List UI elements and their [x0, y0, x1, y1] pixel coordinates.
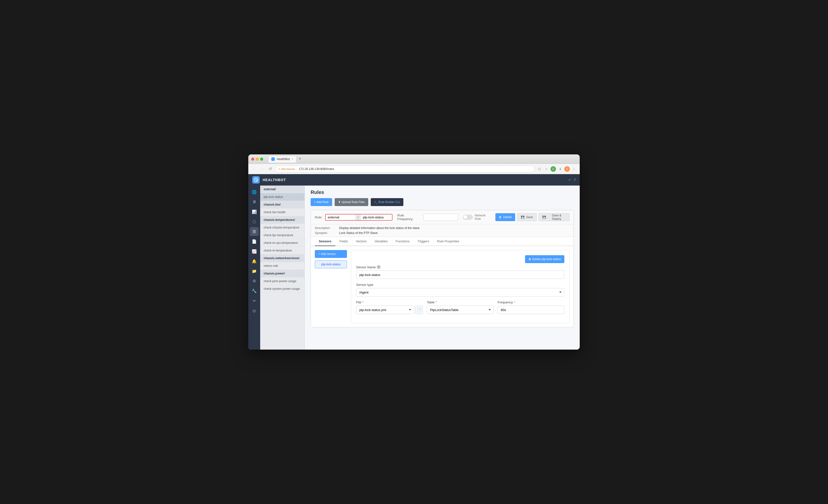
upload-rule-button[interactable]: ⬆ Upload Rule Files [335, 198, 368, 206]
sensor-item-ptp[interactable]: ptp-lock-status [315, 261, 347, 268]
sensor-type-label: Sensor type [356, 283, 564, 287]
page-header: Rules [305, 186, 580, 198]
browser-tab[interactable]: HealthBot × [268, 156, 296, 163]
freq-label: Rule Frequency: [398, 214, 421, 221]
sensor-name-input[interactable] [356, 271, 564, 279]
freq-required: * [514, 301, 515, 304]
close-window-btn[interactable] [251, 157, 254, 161]
tab-variables[interactable]: Variables [370, 237, 391, 246]
nav-item-check-fan-health[interactable]: check-fan-health [260, 209, 304, 216]
user-avatar[interactable]: D [564, 166, 570, 172]
network-rule-toggle[interactable] [463, 215, 472, 220]
nav-folder-chassis-temp[interactable]: chassis.temperatures/ [260, 216, 304, 224]
add-sensor-button[interactable]: + Add sensor [315, 250, 347, 258]
rail-list-icon[interactable]: ☰ [250, 227, 259, 236]
nav-item-check-chassis-temp[interactable]: check-chassis-temperature [260, 224, 304, 231]
browser-bar: ← → ↺ ⚠ Not Secure | 172.26.138.139:8080… [248, 164, 580, 174]
nav-item-check-re-temp[interactable]: check-re-temperature [260, 247, 304, 255]
freq-input[interactable] [423, 214, 458, 221]
rail-edit-icon[interactable]: ✏ [250, 296, 259, 305]
nav-item-check-fpc-temp[interactable]: check-fpc-temperature [260, 231, 304, 239]
nav-item-ptp-lock-status[interactable]: ptp-lock-status [260, 193, 304, 201]
sensor-type-select[interactable]: iAgent SNMP CLI OpenConfig [356, 288, 564, 296]
rule-builder-cli-button[interactable]: >_ Rule Builder CLI [371, 198, 403, 206]
synopsis-label: Synopsis: [315, 231, 337, 235]
delete-sensor-button[interactable]: 🗑 Delete ptp-lock-status [525, 255, 564, 263]
back-btn[interactable]: ← [251, 166, 257, 172]
table-required: * [436, 301, 437, 304]
toggle-knob [463, 215, 467, 219]
extensions-icon[interactable]: ⬡ [537, 166, 542, 172]
sensor-area: + Add sensor ptp-lock-status 🗑 Delete pt… [311, 246, 574, 327]
rail-document-icon[interactable]: 📄 [250, 237, 259, 246]
file-upload-icon[interactable]: 📄 [415, 306, 423, 314]
rail-file-icon[interactable]: 📁 [250, 267, 259, 275]
rule-namespace-input[interactable] [326, 215, 356, 220]
forward-btn[interactable]: → [259, 166, 265, 172]
tab-functions[interactable]: Functions [392, 237, 414, 246]
not-secure-text: Not Secure [282, 168, 295, 171]
app-container: HEALTHBOT ↗ ? 🌐 🖥 📊 ⬡ ☰ 📄 📈 🔔 📁 ⚙ 🔧 ✏ [248, 174, 580, 350]
content-area: Rules + Add Rule ⬆ Upload Rule Files >_ … [305, 186, 580, 350]
warning-icon: ⚠ [278, 167, 281, 171]
nav-folder-chassis-netsvc[interactable]: chassis.networkservices/ [260, 255, 304, 262]
rule-meta: Description: Display detailed informatio… [311, 224, 574, 237]
nav-item-check-pem-power[interactable]: check-pem-power-usage [260, 277, 304, 285]
rail-graph-icon[interactable]: 📈 [250, 247, 259, 256]
tab-vectors[interactable]: Vectors [352, 237, 370, 246]
rule-header: Rule: / Rule Frequency: Network [311, 210, 574, 224]
question-icon[interactable]: ? [574, 178, 576, 182]
rail-bell-icon[interactable]: 🔔 [250, 257, 259, 266]
save-deploy-button[interactable]: 💾 Save & Deploy [539, 213, 570, 221]
frequency-input[interactable] [498, 306, 564, 314]
file-input-group: ptp-lock-status.yml 📄 [356, 306, 423, 314]
nav-item-check-re-cpu-temp[interactable]: check-re-cpu-temperature [260, 239, 304, 247]
account-icon-g[interactable]: G [550, 166, 556, 172]
tab-title: HealthBot [277, 157, 290, 161]
menu-icon[interactable]: ⋮ [571, 166, 577, 172]
icon-rail: 🌐 🖥 📊 ⬡ ☰ 📄 📈 🔔 📁 ⚙ 🔧 ✏ ◎ [248, 186, 260, 350]
nav-item-check-system-power[interactable]: check-system-power-usage [260, 285, 304, 293]
minimize-window-btn[interactable] [256, 157, 259, 161]
sensor-name-help-icon[interactable]: ? [377, 265, 381, 269]
rail-network-icon[interactable]: ⬡ [250, 217, 259, 226]
rail-monitor-icon[interactable]: 🖥 [250, 197, 259, 206]
tab-fields[interactable]: Fields [335, 237, 352, 246]
external-link-icon[interactable]: ↗ [568, 178, 571, 182]
add-rule-button[interactable]: + Add Rule [310, 198, 332, 206]
nav-item-netsvc-rule[interactable]: netsvc-rule [260, 262, 304, 270]
rail-circle-icon[interactable]: ◎ [250, 306, 259, 315]
rail-wrench-icon[interactable]: 🔧 [250, 286, 259, 295]
bookmark-icon[interactable]: ☆ [544, 166, 549, 172]
tab-bar: HealthBot × + [268, 156, 577, 163]
nav-folder-external[interactable]: external/ [260, 186, 304, 193]
delete-rule-button[interactable]: 🗑 Delete [495, 213, 515, 221]
url-bar[interactable]: ⚠ Not Secure | 172.26.138.139:8080/rules [275, 166, 535, 173]
tab-triggers[interactable]: Triggers [414, 237, 433, 246]
tab-close-btn[interactable]: × [292, 157, 293, 161]
maximize-window-btn[interactable] [260, 157, 263, 161]
nav-folder-chassis-fan[interactable]: chassis.fan/ [260, 201, 304, 209]
reload-btn[interactable]: ↺ [267, 166, 273, 172]
new-tab-btn[interactable]: + [296, 156, 303, 162]
tab-rule-properties[interactable]: Rule Properties [433, 237, 463, 246]
rule-tabs: Sensors Fields Vectors Variables Functio… [311, 237, 574, 246]
rule-form: Rule: / Rule Frequency: Network [310, 210, 574, 327]
save-icon: 💾 [521, 216, 525, 219]
file-required: * [362, 301, 364, 304]
tab-sensors[interactable]: Sensors [315, 237, 335, 246]
delete-sensor-icon: 🗑 [529, 258, 532, 261]
header-icons: ↗ ? [568, 178, 576, 182]
toolbar: + Add Rule ⬆ Upload Rule Files >_ Rule B… [305, 198, 580, 210]
rule-name-input[interactable] [361, 215, 392, 220]
nav-folder-chassis-power[interactable]: chassis.power/ [260, 270, 304, 277]
rail-globe-icon[interactable]: 🌐 [250, 187, 259, 196]
rail-gear-icon[interactable]: ⚙ [250, 276, 259, 285]
file-select[interactable]: ptp-lock-status.yml [356, 306, 414, 314]
table-select[interactable]: PtpLockStatusTable [427, 306, 494, 314]
save-rule-button[interactable]: 💾 Save [517, 213, 536, 221]
file-group: File * ptp-lock-status.yml 📄 [356, 301, 423, 314]
desc-value: Display detailed information about the l… [339, 226, 420, 230]
info-icon[interactable]: ℹ [557, 166, 563, 172]
rail-chart-icon[interactable]: 📊 [250, 207, 259, 216]
